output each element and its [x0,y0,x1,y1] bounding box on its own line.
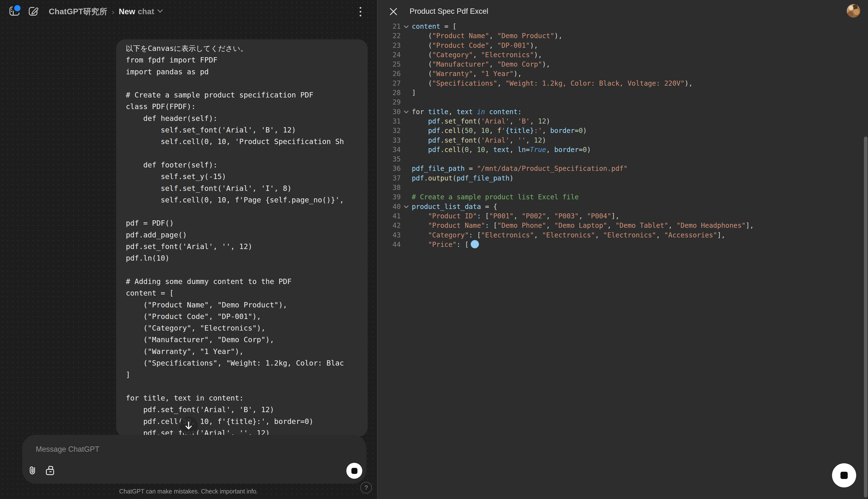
code-text: "Category": ["Electronics", "Electronics… [412,230,725,240]
code-text: pdf.cell(0, 10, text, ln=True, border=0) [412,145,591,155]
chat-panel: ChatGPT研究所 › New chat 以下をCanvasに表示してください… [0,0,377,499]
line-number: 32 [378,126,401,135]
line-number: 21 [378,22,401,31]
line-number: 43 [378,230,401,240]
code-line: 34 pdf.cell(0, 10, text, ln=True, border… [378,145,868,155]
attach-file-button[interactable] [26,464,39,477]
canvas-scrollbar-thumb[interactable] [864,136,868,498]
code-line: 32 pdf.cell(50, 10, f'{title}:', border=… [378,126,868,135]
fold-gutter [401,192,412,202]
fold-gutter [401,183,412,192]
chat-title-secondary[interactable]: chat [138,7,154,16]
fold-gutter [401,136,412,145]
line-number: 22 [378,31,401,40]
user-avatar[interactable] [847,4,860,17]
line-number: 31 [378,117,401,126]
line-number: 44 [378,240,401,249]
line-number: 23 [378,41,401,50]
line-number: 24 [378,50,401,60]
streaming-cursor-dot [471,240,479,248]
line-number: 26 [378,69,401,78]
fold-gutter [401,79,412,88]
code-text: # Create a sample product list Excel fil… [412,192,579,202]
fold-gutter [401,145,412,155]
composer-placeholder: Message ChatGPT [36,445,99,454]
chevron-down-icon[interactable] [157,7,163,13]
code-lines: 21content = [22 ("Product Name", "Demo P… [378,22,868,249]
code-line: 26 ("Warranty", "1 Year"), [378,69,868,78]
code-line: 30for title, text in content: [378,107,868,117]
line-number: 25 [378,60,401,69]
code-line: 43 "Category": ["Electronics", "Electron… [378,230,868,240]
line-number: 41 [378,211,401,221]
fold-gutter [401,164,412,173]
breadcrumb-project[interactable]: ChatGPT研究所 [49,6,107,17]
line-number: 27 [378,79,401,88]
chat-title[interactable]: New [119,7,135,16]
canvas-close-button[interactable] [389,8,397,16]
scroll-to-bottom-button[interactable] [179,416,198,435]
code-line: 23 ("Product Code", "DP-001"), [378,41,868,50]
code-text: "Product Name": ["Demo Phone", "Demo Lap… [412,221,754,230]
code-text: pdf.set_font('Arial', 'B', 12) [412,117,550,126]
compose-icon [28,6,39,16]
code-text: ] [412,88,416,97]
code-line: 37pdf.output(pdf_file_path) [378,173,868,183]
line-number: 28 [378,88,401,97]
fold-gutter [401,126,412,135]
canvas-stop-button[interactable] [832,463,856,487]
fold-gutter [401,230,412,240]
code-line: 21content = [ [378,22,868,31]
fold-gutter [401,88,412,97]
line-number: 39 [378,192,401,202]
line-number: 37 [378,173,401,183]
line-number: 35 [378,155,401,164]
help-button[interactable]: ? [360,482,372,494]
fold-chevron-icon[interactable] [401,22,412,31]
code-text: content = [ [412,22,456,31]
code-line: 31 pdf.set_font('Arial', 'B', 12) [378,117,868,126]
fold-gutter [401,41,412,50]
message-composer[interactable]: Message ChatGPT [22,435,366,484]
code-text: product_list_data = { [412,202,497,211]
line-number: 42 [378,221,401,230]
code-text: pdf.output(pdf_file_path) [412,173,513,183]
code-line: 22 ("Product Name", "Demo Product"), [378,31,868,40]
sidebar-toggle-button[interactable] [9,6,20,16]
stop-generating-button[interactable] [346,463,362,479]
canvas-title: Product Spec Pdf Excel [409,7,488,16]
code-line: 27 ("Specifications", "Weight: 1.2kg, Co… [378,79,868,88]
line-number: 33 [378,136,401,145]
user-message-text: 以下をCanvasに表示してください。 from fpdf import FPD… [116,39,368,437]
code-text: ("Warranty", "1 Year"), [412,69,522,78]
fold-gutter [401,31,412,40]
code-text: pdf_file_path = "/mnt/data/Product_Speci… [412,164,628,173]
fold-chevron-icon[interactable] [401,202,412,211]
code-line: 35 [378,155,868,164]
code-line: 44 "Price": [ [378,240,868,249]
breadcrumb-separator-icon: › [111,7,115,16]
code-text: ("Product Code", "DP-001"), [412,41,538,50]
line-number: 30 [378,107,401,117]
disclaimer-text: ChatGPT can make mistakes. Check importa… [0,488,377,495]
gift-button[interactable] [44,464,57,477]
fold-gutter [401,60,412,69]
code-text: "Price": [ [412,240,479,249]
line-number: 40 [378,202,401,211]
code-editor[interactable]: 21content = [22 ("Product Name", "Demo P… [378,22,868,499]
line-number: 38 [378,183,401,192]
code-text: ("Specifications", "Weight: 1.2kg, Color… [412,79,693,88]
new-chat-compose-button[interactable] [28,6,39,16]
line-number: 34 [378,145,401,155]
user-message-bubble: 以下をCanvasに表示してください。 from fpdf import FPD… [116,39,368,437]
code-line: 36pdf_file_path = "/mnt/data/Product_Spe… [378,164,868,173]
chat-options-menu-button[interactable] [356,7,365,16]
line-number: 29 [378,97,401,107]
code-line: 33 pdf.set_font('Arial', '', 12) [378,136,868,145]
notification-dot [13,3,22,13]
fold-chevron-icon[interactable] [401,107,412,117]
code-line: 38 [378,183,868,192]
code-text: "Product ID": ["P001", "P002", "P003", "… [412,211,619,221]
code-text: pdf.cell(50, 10, f'{title}:', border=0) [412,126,587,135]
code-line: 42 "Product Name": ["Demo Phone", "Demo … [378,221,868,230]
